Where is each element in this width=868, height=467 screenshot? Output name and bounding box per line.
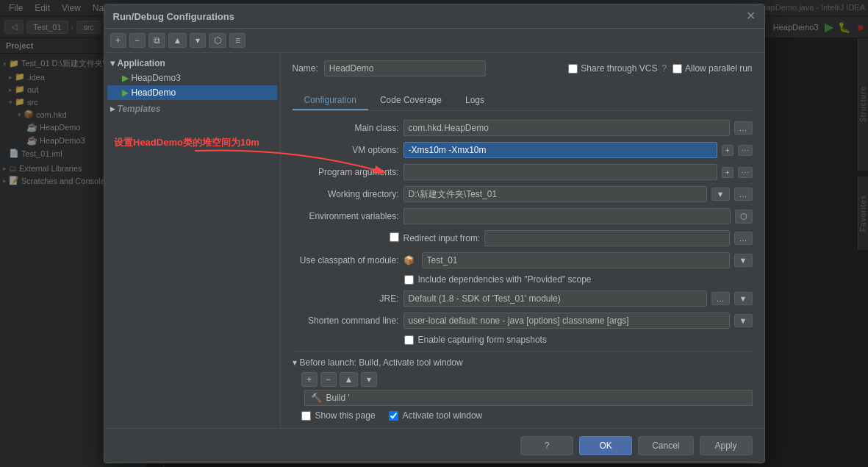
help-button[interactable]: ? [520,436,573,455]
shorten-cmd-dropdown-btn[interactable]: ▼ [734,314,753,327]
vm-options-row: VM options: + ⋯ [293,142,753,158]
env-vars-browse-btn[interactable]: ⬡ [735,210,753,224]
before-launch-arrow-icon: ▾ [293,357,297,368]
group-arrow-icon: ▾ [110,58,115,68]
jre-input[interactable] [403,290,707,307]
build-item-icon: 🔨 [311,393,322,403]
remove-config-btn[interactable]: − [129,33,146,48]
before-launch-header: ▾ Before launch: Build, Activate tool wi… [293,357,753,368]
classpath-row: Use classpath of module: 📦 ▼ [293,252,753,268]
bl-up-btn[interactable]: ▲ [340,372,359,387]
activate-tool-checkbox[interactable] [389,411,398,421]
classpath-input[interactable] [422,252,730,268]
redirect-input-row: Redirect input from: … [293,230,753,246]
apply-button[interactable]: Apply [700,436,753,455]
env-vars-input[interactable] [403,208,731,224]
templates-label: Templates [118,104,161,114]
move-down-btn[interactable]: ▾ [190,33,206,48]
redirect-input-checkbox[interactable] [390,232,399,242]
working-dir-row: Working directory: ▼ … [293,186,753,202]
tab-logs[interactable]: Logs [453,91,496,110]
config-item-heapdemo3[interactable]: ▶ HeapDemo3 [107,71,277,85]
name-field-label: Name: [293,63,318,74]
main-class-label: Main class: [293,123,399,133]
classpath-module-icon: 📦 [403,255,415,265]
shorten-cmd-label: Shorten command line: [293,316,399,326]
vm-options-more-btn[interactable]: ⋯ [738,145,753,156]
copy-config-btn[interactable]: ⧉ [148,33,165,48]
working-dir-input[interactable] [403,186,707,202]
show-page-row: Show this page Activate tool window [293,410,753,421]
shorten-cmd-row: Shorten command line: ▼ [293,313,753,329]
move-up-btn[interactable]: ▲ [168,33,187,48]
classpath-dropdown-btn[interactable]: ▼ [734,254,753,267]
sort-btn[interactable]: ⬡ [209,33,226,48]
share-vcs-help-icon[interactable]: ? [661,63,667,74]
share-vcs-checkbox[interactable] [568,64,578,74]
working-dir-dots-btn[interactable]: … [734,188,753,201]
config-item-label-selected: HeadDemo [132,88,176,98]
show-page-label: Show this page [315,410,376,421]
redirect-input-browse-btn[interactable]: … [734,232,753,245]
config-list: ▾ Application ▶ HeapDemo3 ▶ HeadDemo ▸ [104,53,281,428]
tab-configuration[interactable]: Configuration [293,91,368,110]
before-launch-toolbar: + − ▲ ▾ [293,372,753,387]
program-args-more-btn[interactable]: ⋯ [738,167,753,178]
jre-dropdown-btn[interactable]: ▼ [734,292,753,305]
main-class-input[interactable] [403,120,730,136]
working-dir-browse-btn[interactable]: ▼ [711,188,730,201]
classpath-label: Use classpath of module: [293,255,399,265]
allow-parallel-label: Allow parallel run [685,63,752,74]
jre-row: JRE: … ▼ [293,290,753,307]
templates-group-header[interactable]: ▸ Templates [107,101,277,116]
show-page-checkbox[interactable] [301,411,311,421]
share-vcs-row: Share through VCS ? [568,63,667,74]
ok-button[interactable]: OK [579,436,632,455]
name-row: Name: Share through VCS ? Allow parallel… [293,60,753,82]
cancel-button[interactable]: Cancel [638,436,693,455]
form-snapshots-label: Enable capturing form snapshots [418,335,547,345]
form-snapshots-row: Enable capturing form snapshots [293,335,753,345]
dialog-close-button[interactable]: ✕ [746,10,756,22]
include-deps-label: Include dependencies with "Provided" sco… [418,274,592,285]
include-deps-checkbox[interactable] [404,275,414,285]
form-snapshots-checkbox[interactable] [404,335,414,345]
shorten-cmd-input[interactable] [403,313,730,329]
bl-add-btn[interactable]: + [301,372,318,387]
redirect-input-field[interactable] [484,230,729,246]
jre-browse-btn[interactable]: … [711,292,730,305]
main-class-browse-btn[interactable]: … [734,121,753,135]
env-vars-label: Environment variables: [293,211,399,221]
more-btn[interactable]: ≡ [229,33,245,48]
program-args-expand-btn[interactable]: + [722,167,734,178]
build-item-label: Build ' [326,393,350,403]
add-config-btn[interactable]: + [110,33,126,48]
allow-parallel-row: Allow parallel run [672,63,752,74]
vm-options-expand-btn[interactable]: + [722,145,734,156]
tab-code-coverage[interactable]: Code Coverage [368,91,453,110]
main-class-row: Main class: … [293,120,753,136]
run-debug-dialog: Run/Debug Configurations ✕ + − ⧉ ▲ ▾ ⬡ ≡… [104,4,765,463]
application-group-header[interactable]: ▾ Application [107,56,277,71]
group-label: Application [118,58,165,68]
redirect-input-label: Redirect input from: [403,233,481,243]
app-run-icon2: ▶ [122,88,129,98]
env-vars-row: Environment variables: ⬡ [293,208,753,224]
config-item-label: HeapDemo3 [132,73,181,83]
program-args-input[interactable] [403,164,717,180]
program-args-label: Program arguments: [293,167,399,177]
include-deps-row: Include dependencies with "Provided" sco… [293,274,753,285]
config-group-application: ▾ Application ▶ HeapDemo3 ▶ HeadDemo [107,56,277,100]
dialog-titlebar: Run/Debug Configurations ✕ [104,4,764,29]
config-item-headdemo[interactable]: ▶ HeadDemo [107,85,277,100]
config-form: Name: Share through VCS ? Allow parallel… [281,53,764,428]
bl-remove-btn[interactable]: − [320,372,337,387]
allow-parallel-checkbox[interactable] [672,64,682,74]
dialog-body: ▾ Application ▶ HeapDemo3 ▶ HeadDemo ▸ [104,53,764,428]
working-dir-label: Working directory: [293,189,399,199]
name-input[interactable] [324,60,486,76]
bl-down-btn[interactable]: ▾ [361,372,377,387]
before-launch-section: ▾ Before launch: Build, Activate tool wi… [293,351,753,421]
before-launch-label: Before launch: Build, Activate tool wind… [300,357,463,368]
vm-options-input[interactable] [403,142,717,158]
